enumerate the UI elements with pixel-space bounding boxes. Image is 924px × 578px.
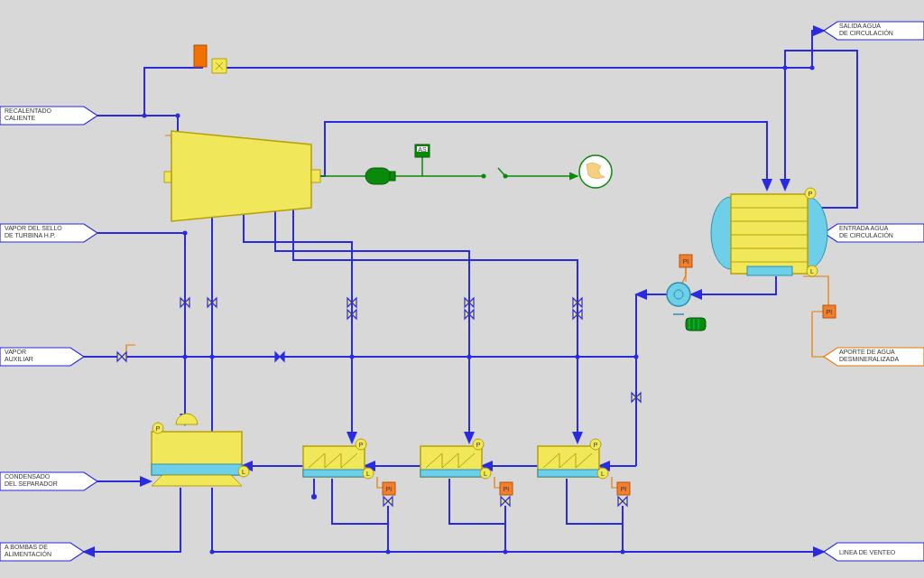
svg-rect-12 (390, 172, 395, 181)
connector-vapor-sello: VAPOR DEL SELLODE TURBINA H.P. (0, 224, 97, 242)
svg-text:PI: PI (683, 258, 689, 265)
turbine-icon (164, 131, 320, 221)
svg-text:P: P (476, 442, 481, 448)
svg-point-83 (210, 550, 215, 555)
deaerator-icon: P L (152, 414, 249, 486)
svg-text:APORTE DE AGUADESMINERALIZADA: APORTE DE AGUADESMINERALIZADA (839, 349, 899, 362)
connector-aporte-agua: APORTE DE AGUADESMINERALIZADA (824, 348, 924, 366)
svg-rect-9 (164, 172, 171, 182)
svg-text:PI: PI (827, 309, 833, 315)
svg-text:AS: AS (418, 146, 427, 153)
svg-point-73 (176, 114, 180, 118)
svg-point-75 (183, 355, 188, 359)
svg-point-13 (482, 174, 486, 179)
svg-text:A BOMBAS DEALIMENTACIÓN: A BOMBAS DEALIMENTACIÓN (5, 544, 51, 557)
svg-rect-10 (311, 170, 320, 182)
drain-point-icon (311, 494, 317, 499)
pid-diagram: RECALENTADOCALIENTE VAPOR DEL SELLODE TU… (0, 0, 924, 578)
generator-icon (365, 168, 395, 184)
connector-a-bombas: A BOMBAS DEALIMENTACIÓN (0, 543, 84, 561)
svg-text:PI: PI (504, 486, 510, 492)
svg-point-82 (810, 66, 815, 70)
svg-point-76 (210, 355, 215, 359)
svg-rect-36 (686, 318, 706, 331)
svg-text:ENTRADA AGUADE CIRCULACIÓN: ENTRADA AGUADE CIRCULACIÓN (839, 225, 893, 238)
svg-text:P: P (359, 442, 364, 448)
svg-rect-43 (152, 464, 242, 475)
svg-text:PI: PI (386, 486, 393, 492)
svg-point-35 (674, 290, 683, 299)
svg-rect-57 (420, 470, 482, 477)
svg-rect-65 (538, 470, 599, 477)
grid-icon (579, 155, 612, 188)
svg-point-80 (634, 355, 639, 359)
svg-point-79 (576, 355, 580, 359)
connector-vapor-auxiliar: VAPORAUXILIAR (0, 348, 84, 366)
pump-icon (667, 283, 690, 314)
connector-recalentado-caliente: RECALENTADOCALIENTE (0, 107, 97, 125)
connector-entrada-agua: ENTRADA AGUADE CIRCULACIÓN (824, 224, 924, 242)
svg-text:P: P (594, 442, 598, 448)
svg-text:L: L (242, 469, 245, 475)
svg-point-72 (143, 114, 147, 118)
motor-icon (686, 318, 706, 331)
svg-rect-11 (365, 168, 391, 184)
analyzer-icon: AS (415, 144, 430, 157)
svg-rect-27 (747, 266, 792, 275)
connector-condensado-separador: CONDENSADODEL SEPARADOR (0, 472, 97, 490)
svg-point-85 (504, 550, 508, 555)
svg-text:L: L (484, 471, 487, 477)
svg-rect-8 (194, 45, 207, 67)
svg-point-86 (621, 550, 625, 555)
svg-text:LINEA DE VENTEO: LINEA DE VENTEO (839, 549, 896, 555)
svg-point-78 (467, 355, 472, 359)
svg-text:VAPOR DEL SELLODE TURBINA H.P.: VAPOR DEL SELLODE TURBINA H.P. (5, 225, 62, 238)
svg-point-74 (183, 231, 188, 236)
svg-rect-49 (303, 470, 365, 477)
condenser-icon (711, 194, 827, 275)
pump-pi: PI (679, 255, 692, 282)
svg-point-14 (504, 174, 508, 179)
svg-point-84 (386, 550, 391, 555)
psv-icon (194, 45, 226, 73)
shaft-line (320, 155, 578, 176)
svg-text:L: L (366, 471, 370, 477)
svg-text:L: L (601, 471, 605, 477)
svg-text:CONDENSADODEL SEPARADOR: CONDENSADODEL SEPARADOR (5, 473, 58, 487)
connector-salida-agua: SALIDA AGUADE CIRCULACIÓN (824, 22, 924, 40)
svg-text:P: P (808, 191, 813, 197)
svg-text:PI: PI (621, 486, 627, 492)
svg-point-77 (350, 355, 355, 359)
svg-text:P: P (156, 425, 161, 432)
svg-text:L: L (810, 268, 814, 275)
svg-point-81 (783, 66, 788, 70)
connector-linea-venteo: LINEA DE VENTEO (824, 543, 924, 561)
